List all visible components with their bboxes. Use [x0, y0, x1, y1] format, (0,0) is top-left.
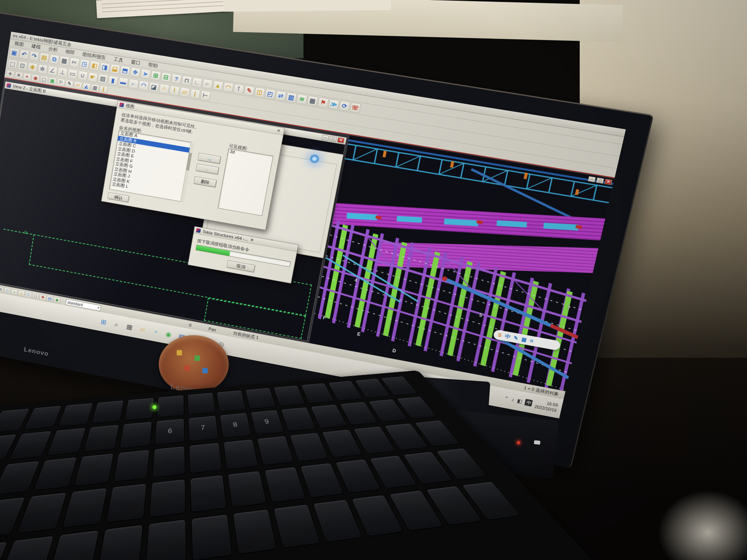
move-left-button[interactable]: ← — [196, 163, 219, 175]
tray-icon[interactable]: ◧ — [517, 398, 523, 404]
toolbar-icon[interactable]: ▱ — [179, 87, 191, 98]
taskbar-app-icon[interactable]: ◉ — [163, 329, 174, 340]
toolbar-icon[interactable]: ▣ — [48, 77, 57, 85]
ime-bar-icon[interactable]: ✎ — [513, 335, 519, 341]
toolbar-icon[interactable]: ✂ — [69, 57, 80, 68]
toolbar-icon[interactable]: ✱ — [27, 62, 38, 72]
ok-button[interactable]: 确认 — [107, 192, 130, 203]
taskbar-clock[interactable]: 16:59 2022/10/16 — [534, 399, 558, 413]
toolbar-icon[interactable]: ❙ — [99, 85, 108, 93]
toolbar-icon[interactable]: ↶ — [19, 49, 30, 60]
toolbar-icon[interactable]: ✥ — [130, 67, 141, 78]
toolbar-icon[interactable]: ❘ — [189, 88, 201, 99]
toolbar-icon[interactable]: ⁘ — [159, 83, 170, 94]
toolbar-icon[interactable]: ⊞ — [150, 70, 161, 81]
toolbar-icon[interactable]: ⊞ — [0, 286, 4, 293]
ime-bar-icon[interactable]: ⌗ — [530, 338, 534, 344]
toolbar-icon[interactable]: △ — [18, 290, 25, 297]
taskbar-app-icon[interactable]: ⌕ — [111, 319, 123, 330]
cancel-button[interactable]: 取消 — [226, 260, 256, 273]
toolbar-icon[interactable]: ▦ — [307, 95, 318, 106]
minimize-icon[interactable]: ─ — [321, 135, 329, 141]
toolbar-icon[interactable]: ◧ — [89, 60, 100, 71]
toolbar-icon[interactable]: ◠ — [223, 82, 234, 93]
toolbar-icon[interactable]: ≫ — [328, 99, 340, 110]
ime-indicator[interactable]: 中 — [524, 399, 533, 407]
tray-icon[interactable]: ⌃ — [503, 395, 509, 402]
toolbar-icon[interactable]: ◆ — [53, 296, 61, 303]
toolbar-icon[interactable]: ◇ — [4, 287, 11, 294]
toolbar-icon[interactable]: ✲ — [37, 63, 48, 74]
close-icon[interactable]: ✕ — [604, 179, 612, 185]
toolbar-icon[interactable]: ◉ — [31, 74, 40, 82]
toolbar-icon[interactable]: ⊟ — [161, 72, 172, 82]
toolbar-icon[interactable]: ▣ — [9, 47, 19, 58]
toolbar-icon[interactable]: ✛ — [6, 70, 14, 78]
tray-icon[interactable]: ♪ — [511, 397, 515, 403]
named-views-list[interactable]: 立面图 A立面图 B立面图 C立面图 D立面图 E立面图 F立面图 G立面图 H… — [109, 130, 194, 202]
toolbar-icon[interactable]: ▨ — [98, 74, 109, 84]
toolbar-icon[interactable]: ⌐ — [128, 78, 139, 89]
taskbar-app-icon[interactable]: ▱ — [137, 324, 148, 335]
visible-view-item[interactable]: 3d — [228, 149, 273, 161]
toolbar-icon[interactable]: ▦ — [59, 55, 70, 66]
close-icon[interactable]: ✕ — [275, 128, 282, 134]
ime-bar-icon[interactable]: 中 — [504, 332, 511, 340]
toolbar-icon[interactable]: ◨ — [99, 62, 110, 73]
toolbar-icon[interactable]: ⇄ — [275, 90, 286, 101]
toolbar-icon[interactable]: ∟ — [191, 77, 203, 88]
toolbar-icon[interactable]: ⊓ — [181, 75, 193, 86]
toolbar-icon[interactable]: ⌇ — [169, 85, 180, 96]
toolbar-icon[interactable]: ? — [171, 74, 182, 84]
toolbar-icon[interactable]: ⊺ — [233, 83, 244, 94]
toolbar-icon[interactable]: ✕ — [14, 71, 23, 79]
toolbar-icon[interactable]: ▥ — [91, 84, 100, 92]
toolbar-icon[interactable]: ≋ — [296, 94, 308, 105]
toolbar-icon[interactable]: ◻ — [32, 292, 39, 299]
toolbar-icon[interactable]: ⚑ — [317, 97, 329, 108]
toolbar-icon[interactable]: ▬ — [118, 77, 129, 88]
toolbar-icon[interactable]: ⬒ — [120, 65, 131, 76]
toolbar-icon[interactable]: ⌖ — [23, 73, 32, 81]
toolbar-icon[interactable]: ⧉ — [49, 54, 60, 64]
visible-views-list[interactable]: 3d — [217, 148, 273, 216]
toolbar-icon[interactable]: ⟳ — [339, 100, 351, 111]
toolbar-icon[interactable]: ◳ — [79, 59, 90, 69]
toolbar-icon[interactable]: ⬚ — [7, 59, 18, 69]
toolbar-icon[interactable]: ◫ — [254, 87, 265, 98]
toolbar-icon[interactable]: ↷ — [29, 51, 39, 61]
close-icon[interactable]: ✕ — [250, 237, 254, 243]
toolbar-icon[interactable]: ∠ — [47, 65, 58, 76]
toolbar-icon[interactable]: ⬚ — [40, 75, 48, 84]
minimize-icon[interactable]: ─ — [588, 176, 596, 182]
toolbar-icon[interactable]: ◪ — [148, 82, 159, 93]
toolbar-icon[interactable]: ▭ — [67, 68, 78, 79]
maximize-icon[interactable]: ◻ — [329, 136, 337, 142]
toolbar-icon[interactable]: ⚐ — [56, 78, 65, 86]
toolbar-icon[interactable]: ▲ — [212, 80, 224, 91]
toolbar-icon[interactable]: ☛ — [88, 72, 98, 82]
toolbar-icon[interactable]: ◭ — [82, 82, 91, 91]
toolbar-icon[interactable]: ∪ — [77, 70, 88, 80]
maximize-icon[interactable]: ◻ — [596, 177, 604, 184]
toolbar-icon[interactable]: ☏ — [349, 102, 361, 113]
delete-button[interactable]: 删除 — [193, 176, 217, 187]
move-right-button[interactable]: → — [198, 153, 221, 164]
ime-bar-icon[interactable]: ▦ — [521, 336, 528, 343]
toolbar-icon[interactable]: ▮ — [108, 75, 119, 86]
taskbar-app-icon[interactable]: ⊞ — [98, 317, 109, 328]
toolbar-icon[interactable]: ▽ — [25, 291, 32, 298]
toolbar-icon[interactable]: ⬓ — [109, 63, 120, 74]
toolbar-icon[interactable]: ▤ — [39, 52, 49, 63]
toolbar-icon[interactable]: ✎ — [244, 85, 255, 96]
toolbar-icon[interactable]: ◰ — [265, 88, 276, 99]
toolbar-icon[interactable]: ⊥ — [57, 67, 68, 77]
toolbar-icon[interactable]: ○ — [11, 289, 18, 296]
toolbar-icon[interactable]: ⊡ — [17, 60, 28, 71]
toolbar-icon[interactable]: ⌐ — [202, 79, 213, 89]
toolbar-icon[interactable]: ⊢ — [200, 90, 211, 101]
toolbar-icon[interactable]: ▱ — [74, 81, 82, 89]
taskbar-app-icon[interactable]: ◔ — [150, 326, 161, 338]
close-icon[interactable]: ✕ — [337, 137, 344, 144]
toolbar-icon[interactable]: ➤ — [140, 68, 151, 79]
